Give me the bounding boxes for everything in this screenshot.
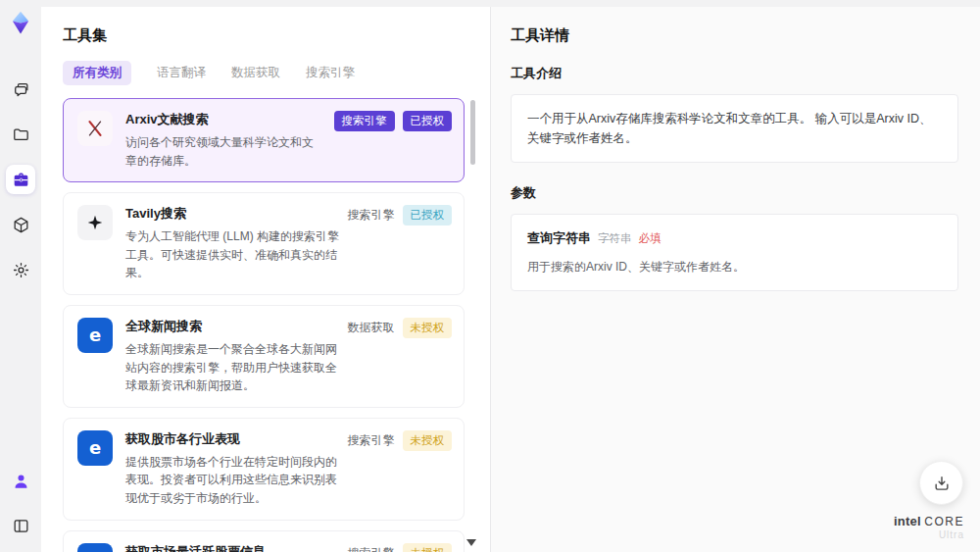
arxiv-x-icon bbox=[77, 111, 113, 146]
status-badge: 已授权 bbox=[403, 205, 453, 226]
param-type: 字符串 bbox=[598, 229, 632, 247]
category-tabs: 所有类别 语言翻译 数据获取 搜索引擎 bbox=[63, 61, 476, 85]
tab-search-engine[interactable]: 搜索引擎 bbox=[306, 61, 355, 85]
tool-name: Tavily搜索 bbox=[125, 205, 344, 223]
gear-icon bbox=[12, 261, 30, 279]
sidebar-item-panel-toggle[interactable] bbox=[6, 511, 35, 540]
tool-description: 访问各个研究领域大量科学论文和文章的存储库。 bbox=[125, 133, 324, 170]
tool-name: Arxiv文献搜索 bbox=[125, 111, 324, 128]
category-label: 搜索引擎 bbox=[348, 432, 395, 449]
toolbox-icon bbox=[12, 171, 30, 189]
brand-ultra: Ultra bbox=[894, 529, 964, 541]
category-label: 搜索引擎 bbox=[348, 207, 395, 224]
page-title: 工具集 bbox=[63, 26, 476, 45]
download-button[interactable] bbox=[919, 461, 963, 505]
status-badge: 已授权 bbox=[403, 111, 453, 131]
user-icon bbox=[12, 472, 30, 490]
category-badge: 搜索引擎 bbox=[334, 111, 395, 131]
blue-e-icon: e bbox=[77, 318, 113, 353]
params-heading: 参数 bbox=[511, 184, 958, 202]
tool-card-arxiv[interactable]: Arxiv文献搜索 访问各个研究领域大量科学论文和文章的存储库。 搜索引擎 已授… bbox=[63, 98, 465, 182]
param-description: 用于搜索的Arxiv ID、关键字或作者姓名。 bbox=[527, 258, 942, 276]
status-badge: 未授权 bbox=[403, 430, 453, 451]
sidebar-item-files[interactable] bbox=[6, 120, 35, 149]
category-label: 搜索引擎 bbox=[348, 545, 395, 552]
tool-list-panel: 工具集 所有类别 语言翻译 数据获取 搜索引擎 bbox=[41, 7, 490, 552]
tab-translation[interactable]: 语言翻译 bbox=[157, 61, 206, 85]
detail-title: 工具详情 bbox=[511, 26, 958, 45]
brand-core: CORE bbox=[924, 515, 964, 528]
tool-description: 专为人工智能代理 (LLM) 构建的搜索引擎工具。可快速提供实时、准确和真实的结… bbox=[125, 227, 344, 282]
sidebar-item-chat[interactable] bbox=[6, 75, 35, 104]
sidebar-rail bbox=[0, 0, 41, 552]
tool-name: 全球新闻搜索 bbox=[125, 318, 344, 335]
category-label: 数据获取 bbox=[348, 320, 395, 336]
sidebar-item-tools[interactable] bbox=[6, 165, 35, 194]
blue-e-icon: e bbox=[77, 543, 113, 552]
tab-data-fetch[interactable]: 数据获取 bbox=[231, 61, 280, 85]
tab-all-categories[interactable]: 所有类别 bbox=[63, 61, 131, 85]
app-logo[interactable] bbox=[8, 10, 33, 35]
param-name: 查询字符串 bbox=[527, 228, 591, 249]
tool-description: 提供股票市场各个行业在特定时间段内的表现。投资者可以利用这些信息来识别表现优于或… bbox=[125, 453, 344, 508]
sidebar-item-settings[interactable] bbox=[6, 255, 35, 284]
tool-list: Arxiv文献搜索 访问各个研究领域大量科学论文和文章的存储库。 搜索引擎 已授… bbox=[63, 98, 476, 552]
brand-intel: intel bbox=[894, 514, 921, 528]
tool-card-tavily[interactable]: Tavily搜索 专为人工智能代理 (LLM) 构建的搜索引擎工具。可快速提供实… bbox=[63, 192, 465, 295]
tool-card-global-news[interactable]: e 全球新闻搜索 全球新闻搜索是一个聚合全球各大新闻网站内容的搜索引擎，帮助用户… bbox=[63, 305, 465, 408]
tool-description: 全球新闻搜索是一个聚合全球各大新闻网站内容的搜索引擎，帮助用户快速获取全球最新资… bbox=[125, 340, 344, 395]
sidebar-item-models[interactable] bbox=[6, 210, 35, 239]
status-badge: 未授权 bbox=[403, 318, 453, 338]
panel-toggle-icon bbox=[12, 517, 30, 535]
intro-heading: 工具介绍 bbox=[511, 65, 958, 82]
tool-card-sector-performance[interactable]: e 获取股市各行业表现 提供股票市场各个行业在特定时间段内的表现。投资者可以利用… bbox=[63, 418, 465, 521]
intro-text-box: 一个用于从Arxiv存储库搜索科学论文和文章的工具。 输入可以是Arxiv ID… bbox=[511, 94, 958, 163]
tavily-star-icon bbox=[77, 205, 113, 240]
scroll-down-arrow-icon[interactable] bbox=[466, 539, 476, 546]
blue-e-icon: e bbox=[77, 430, 113, 466]
sidebar-item-account[interactable] bbox=[6, 466, 35, 495]
tool-name: 获取股市各行业表现 bbox=[125, 430, 344, 448]
tool-detail-panel: 工具详情 工具介绍 一个用于从Arxiv存储库搜索科学论文和文章的工具。 输入可… bbox=[490, 7, 980, 552]
window-top-strip bbox=[41, 0, 980, 7]
cube-icon bbox=[12, 216, 30, 234]
status-badge: 未授权 bbox=[403, 543, 453, 552]
param-box: 查询字符串 字符串 必填 用于搜索的Arxiv ID、关键字或作者姓名。 bbox=[511, 214, 958, 291]
tool-card-active-stocks[interactable]: e 获取市场最活跃股票信息 提供当天交易量最高的股票列表。投资者可以利用这些信息… bbox=[63, 530, 465, 552]
chat-icon bbox=[12, 80, 30, 99]
download-icon bbox=[932, 474, 952, 493]
intel-core-logo: intel CORE Ultra bbox=[894, 515, 964, 540]
app-window: 工具集 所有类别 语言翻译 数据获取 搜索引擎 bbox=[0, 0, 980, 552]
param-required-label: 必填 bbox=[639, 229, 662, 247]
scrollbar-thumb[interactable] bbox=[470, 100, 475, 165]
tool-name: 获取市场最活跃股票信息 bbox=[125, 543, 344, 552]
folder-icon bbox=[12, 125, 30, 144]
